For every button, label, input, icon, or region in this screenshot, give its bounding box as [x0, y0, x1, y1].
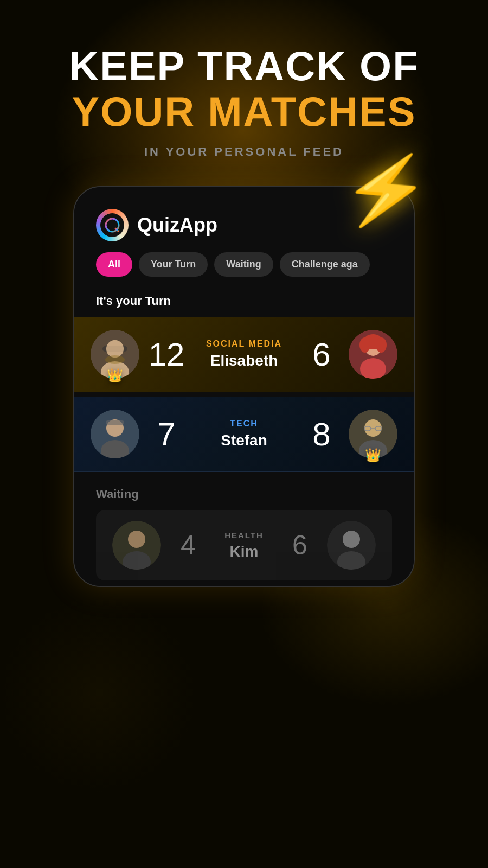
filter-tabs: All Your Turn Waiting Challenge aga — [74, 252, 414, 290]
match-card-1[interactable]: 👑 12 SOCIAL MEDIA Elisabeth 6 — [74, 317, 414, 392]
waiting-section: Waiting 4 HEALTH — [74, 476, 414, 586]
match-opponent-2: Stefan — [199, 432, 289, 449]
my-avatar-2 — [91, 410, 139, 458]
lightning-icon: ⚡ — [339, 151, 433, 229]
opp-avatar-wrap-2: 👑 — [349, 410, 397, 458]
headline: KEEP TRACK OF YOUR MATCHES — [69, 43, 419, 134]
my-avatar-wrap-2 — [91, 410, 139, 458]
svg-point-7 — [105, 355, 125, 364]
svg-point-12 — [359, 337, 370, 353]
svg-rect-17 — [106, 420, 124, 425]
match-info-1: SOCIAL MEDIA Elisabeth — [194, 339, 294, 369]
match-card-2[interactable]: 7 TECH Stefan 8 — [74, 397, 414, 472]
tab-your-turn[interactable]: Your Turn — [139, 252, 208, 277]
opp-avatar-wrap-1 — [349, 330, 397, 379]
svg-point-19 — [364, 419, 382, 437]
match-opponent-1: Elisabeth — [199, 352, 289, 369]
waiting-match-card[interactable]: 4 HEALTH Kim 6 — [96, 510, 392, 580]
tab-challenge-again[interactable]: Challenge aga — [280, 252, 370, 277]
waiting-opp-avatar-wrap — [327, 521, 376, 570]
subtitle: IN YOUR PERSONAL FEED — [144, 145, 344, 159]
waiting-my-score: 4 — [161, 529, 215, 561]
waiting-opp-score: 6 — [273, 529, 327, 561]
headline-line2: YOUR MATCHES — [69, 89, 419, 135]
waiting-label: Waiting — [96, 487, 392, 501]
tab-all[interactable]: All — [96, 252, 132, 277]
my-crown-1: 👑 — [107, 368, 123, 383]
opp-score-1: 6 — [294, 336, 349, 373]
app-logo-icon — [104, 216, 121, 234]
phone-frame: ⚡ — [73, 186, 415, 587]
opp-score-2: 8 — [294, 416, 349, 453]
match-category-1: SOCIAL MEDIA — [199, 339, 289, 349]
waiting-category: HEALTH — [221, 531, 267, 540]
match-category-2: TECH — [199, 419, 289, 429]
my-score-1: 12 — [139, 336, 194, 373]
waiting-match-info: HEALTH Kim — [215, 531, 273, 560]
waiting-my-avatar-wrap — [112, 521, 161, 570]
waiting-my-avatar — [112, 521, 161, 570]
svg-point-25 — [128, 531, 145, 548]
my-avatar-wrap-1: 👑 — [91, 330, 139, 379]
app-name: QuizApp — [137, 214, 217, 237]
svg-point-13 — [376, 337, 387, 353]
opp-crown-2: 👑 — [365, 448, 381, 463]
opp-avatar-1 — [349, 330, 397, 379]
match-info-2: TECH Stefan — [194, 419, 294, 449]
my-score-2: 7 — [139, 416, 194, 453]
svg-point-28 — [343, 531, 360, 548]
waiting-opp-avatar — [327, 521, 376, 570]
headline-line1: KEEP TRACK OF — [69, 43, 419, 89]
svg-point-6 — [106, 340, 124, 358]
app-logo — [96, 209, 129, 241]
your-turn-section-label: It's your Turn — [74, 290, 414, 317]
waiting-opponent: Kim — [221, 543, 267, 560]
tab-waiting[interactable]: Waiting — [214, 252, 273, 277]
